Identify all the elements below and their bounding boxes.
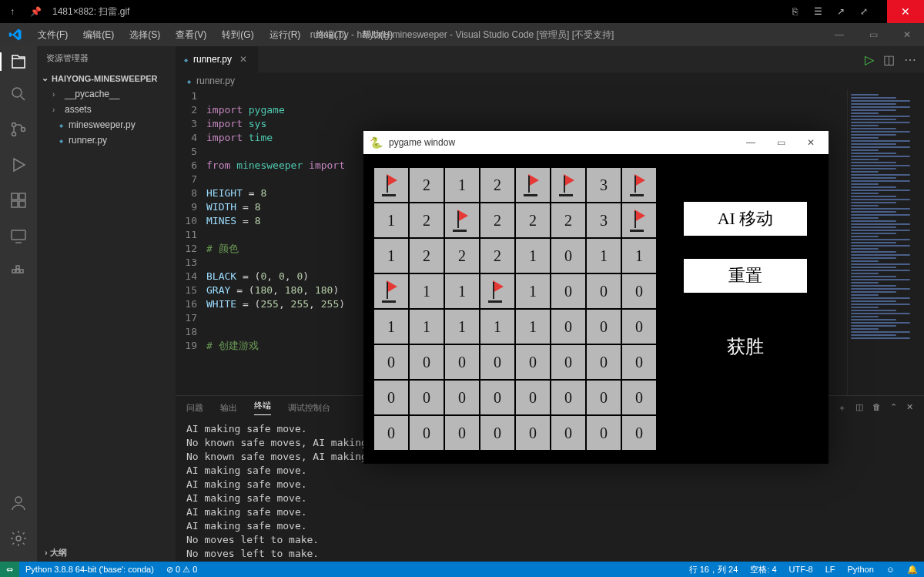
- cursor-position[interactable]: 行 16，列 24: [683, 564, 745, 575]
- indentation-status[interactable]: 空格: 4: [744, 564, 782, 575]
- board-cell[interactable]: [551, 168, 585, 202]
- panel-tab[interactable]: 终端: [254, 400, 271, 415]
- board-cell[interactable]: 2: [480, 168, 514, 202]
- tab-close-icon[interactable]: ✕: [236, 54, 250, 65]
- board-cell[interactable]: [374, 274, 408, 308]
- board-cell[interactable]: 1: [445, 310, 479, 344]
- run-file-icon[interactable]: ▷: [865, 52, 874, 67]
- accounts-icon[interactable]: [9, 494, 28, 515]
- extensions-icon[interactable]: [9, 191, 28, 213]
- list-icon[interactable]: ☰: [812, 5, 824, 18]
- board-cell[interactable]: 0: [551, 310, 585, 344]
- board-cell[interactable]: 0: [480, 416, 514, 450]
- language-mode[interactable]: Python: [842, 565, 880, 574]
- board-cell[interactable]: 1: [587, 239, 621, 273]
- menu-item[interactable]: 查看(V): [169, 25, 213, 45]
- eol-status[interactable]: LF: [819, 565, 842, 574]
- window-minimize-button[interactable]: —: [822, 23, 856, 46]
- board-cell[interactable]: 1: [445, 274, 479, 308]
- board-cell[interactable]: 1: [445, 168, 479, 202]
- split-editor-icon[interactable]: ◫: [883, 52, 895, 67]
- board-cell[interactable]: 1: [410, 274, 444, 308]
- problems-status[interactable]: ⊘ 0 ⚠ 0: [160, 565, 203, 575]
- board-cell[interactable]: 0: [516, 381, 550, 414]
- search-icon[interactable]: [9, 85, 28, 106]
- board-cell[interactable]: 1: [516, 310, 550, 344]
- minesweeper-board[interactable]: 2123122223122210111110001111100000000000…: [374, 168, 656, 450]
- board-cell[interactable]: 0: [551, 239, 585, 273]
- reset-button[interactable]: 重置: [684, 259, 807, 293]
- board-cell[interactable]: 0: [445, 381, 479, 414]
- board-cell[interactable]: 1: [410, 310, 444, 344]
- pygame-maximize-button[interactable]: ▭: [769, 137, 793, 148]
- board-cell[interactable]: 0: [551, 274, 585, 308]
- board-cell[interactable]: 0: [551, 345, 585, 379]
- board-cell[interactable]: 0: [587, 345, 621, 379]
- board-cell[interactable]: 0: [622, 416, 656, 450]
- remote-indicator[interactable]: ⇔: [0, 562, 19, 577]
- board-cell[interactable]: 2: [445, 239, 479, 273]
- file-item[interactable]: ⬥minesweeper.py: [37, 117, 176, 133]
- board-cell[interactable]: 0: [445, 345, 479, 379]
- tab-more-icon[interactable]: ⋯: [904, 52, 916, 67]
- panel-tab[interactable]: 输出: [220, 402, 237, 414]
- board-cell[interactable]: 0: [516, 345, 550, 379]
- notifications-icon[interactable]: 🔔: [901, 565, 924, 575]
- board-cell[interactable]: 0: [374, 416, 408, 450]
- folder-item[interactable]: ›__pycache__: [37, 86, 176, 102]
- board-cell[interactable]: 1: [622, 239, 656, 273]
- breadcrumb[interactable]: ⬥ runner.py: [176, 72, 924, 89]
- board-cell[interactable]: 0: [622, 310, 656, 344]
- panel-tab[interactable]: 问题: [186, 402, 203, 414]
- board-cell[interactable]: 0: [374, 381, 408, 414]
- outline-section[interactable]: › 大纲: [37, 544, 176, 562]
- source-control-icon[interactable]: [9, 120, 28, 142]
- panel-maximize-icon[interactable]: ⌃: [890, 402, 897, 414]
- menu-item[interactable]: 编辑(E): [76, 25, 121, 45]
- menu-item[interactable]: 运行(R): [263, 25, 308, 45]
- remote-explorer-icon[interactable]: [9, 226, 28, 248]
- window-maximize-button[interactable]: ▭: [856, 23, 890, 46]
- docker-icon[interactable]: [9, 262, 28, 283]
- encoding-status[interactable]: UTF-8: [783, 565, 819, 574]
- board-cell[interactable]: 1: [374, 203, 408, 237]
- pygame-minimize-button[interactable]: —: [738, 137, 763, 148]
- board-cell[interactable]: 0: [445, 416, 479, 450]
- minimap[interactable]: [847, 89, 924, 395]
- menu-item[interactable]: 选择(S): [122, 25, 167, 45]
- share-icon[interactable]: ↗: [835, 5, 847, 18]
- menu-item[interactable]: 文件(F): [31, 25, 75, 45]
- board-cell[interactable]: 0: [622, 345, 656, 379]
- fullscreen-icon[interactable]: ⤢: [858, 5, 870, 18]
- board-cell[interactable]: 2: [516, 203, 550, 237]
- board-cell[interactable]: [622, 168, 656, 202]
- board-cell[interactable]: 1: [516, 239, 550, 273]
- window-close-button[interactable]: ✕: [890, 23, 924, 46]
- board-cell[interactable]: 2: [410, 203, 444, 237]
- upload-icon[interactable]: ↑: [6, 5, 18, 18]
- board-cell[interactable]: 2: [410, 239, 444, 273]
- pin-icon[interactable]: 📌: [29, 5, 42, 18]
- settings-gear-icon[interactable]: [9, 529, 28, 551]
- board-cell[interactable]: 0: [516, 416, 550, 450]
- copy-icon[interactable]: ⎘: [788, 5, 801, 18]
- board-cell[interactable]: 1: [374, 310, 408, 344]
- imageviewer-close-button[interactable]: ✕: [887, 0, 924, 23]
- board-cell[interactable]: 2: [410, 168, 444, 202]
- board-cell[interactable]: 0: [622, 381, 656, 414]
- board-cell[interactable]: 1: [480, 310, 514, 344]
- panel-close-icon[interactable]: ✕: [906, 402, 913, 414]
- tab-runner-py[interactable]: ⬥ runner.py ✕: [176, 46, 258, 72]
- feedback-icon[interactable]: ☺: [880, 565, 901, 574]
- board-cell[interactable]: 0: [587, 310, 621, 344]
- board-cell[interactable]: 0: [480, 381, 514, 414]
- ai-move-button[interactable]: AI 移动: [684, 202, 807, 236]
- file-item[interactable]: ⬥runner.py: [37, 133, 176, 148]
- board-cell[interactable]: 2: [551, 203, 585, 237]
- board-cell[interactable]: 0: [622, 274, 656, 308]
- new-terminal-icon[interactable]: ＋: [838, 402, 846, 414]
- board-cell[interactable]: 0: [410, 381, 444, 414]
- workspace-folder[interactable]: ⌄HAIYONG-MINESWEEPER: [37, 70, 176, 86]
- board-cell[interactable]: 0: [374, 345, 408, 379]
- menu-item[interactable]: 转到(G): [215, 25, 260, 45]
